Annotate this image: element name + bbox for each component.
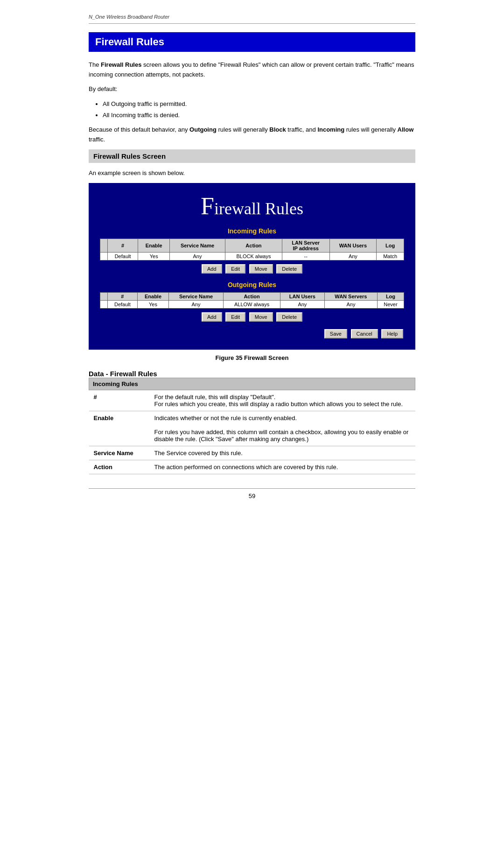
outgoing-col-log: Log <box>377 292 404 300</box>
outgoing-cell-default: Default <box>107 300 138 308</box>
fw-title-rest: irewall Rules <box>214 199 303 218</box>
outgoing-cell-allow: ALLOW always <box>224 300 280 308</box>
fw-title-f: F <box>201 193 214 219</box>
bold-block: Block <box>269 126 286 133</box>
incoming-col-service: Service Name <box>169 239 225 252</box>
outgoing-col-hash: # <box>107 292 138 300</box>
data-firewall-table: Incoming Rules # For the default rule, t… <box>89 378 415 474</box>
incoming-move-button[interactable]: Move <box>249 264 273 274</box>
bold-outgoing: Outgoing <box>189 126 217 133</box>
cancel-button[interactable]: Cancel <box>351 329 378 338</box>
incoming-cell-default: Default <box>107 252 138 260</box>
incoming-add-button[interactable]: Add <box>202 264 222 274</box>
incoming-cell-empty <box>100 252 108 260</box>
table-row: Enable Indicates whether or not the rule… <box>89 411 415 446</box>
incoming-col-enable: Enable <box>138 239 169 252</box>
page-title: Firewall Rules <box>95 36 409 48</box>
incoming-rules-group-header: Incoming Rules <box>89 378 415 390</box>
incoming-cell-match: Match <box>377 252 404 260</box>
incoming-cell-dash: -- <box>282 252 329 260</box>
row-hash-label: # <box>89 390 150 411</box>
incoming-cell-yes: Yes <box>138 252 169 260</box>
incoming-edit-button[interactable]: Edit <box>225 264 245 274</box>
bold-allow: Allow <box>398 126 414 133</box>
incoming-col-action: Action <box>225 239 282 252</box>
incoming-delete-button[interactable]: Delete <box>276 264 302 274</box>
save-row: Save Cancel Help <box>100 329 404 338</box>
intro-paragraph-2: Because of this default behavior, any Ou… <box>89 125 415 145</box>
bottom-divider <box>89 488 415 489</box>
outgoing-rules-table: # Enable Service Name Action LAN Users W… <box>100 292 404 309</box>
incoming-col-empty <box>100 239 108 252</box>
example-text: An example screen is shown below. <box>89 169 415 176</box>
firewall-screen-mockup: Firewall Rules Incoming Rules # Enable S… <box>89 183 415 350</box>
incoming-cell-block: BLOCK always <box>225 252 282 260</box>
incoming-cell-wan-any: Any <box>329 252 377 260</box>
outgoing-col-lan: LAN Users <box>280 292 324 300</box>
top-divider <box>89 23 415 24</box>
row-action-desc: The action performed on connections whic… <box>150 460 415 474</box>
intro-paragraph-1: The Firewall Rules screen allows you to … <box>89 60 415 80</box>
outgoing-move-button[interactable]: Move <box>249 312 273 322</box>
incoming-buttons: Add Edit Move Delete <box>100 264 404 274</box>
bullet-1: All Outgoing traffic is permitted. <box>103 98 415 109</box>
save-button[interactable]: Save <box>324 329 347 338</box>
table-row: Service Name The Service covered by this… <box>89 446 415 460</box>
outgoing-add-button[interactable]: Add <box>202 312 222 322</box>
bold-incoming: Incoming <box>317 126 344 133</box>
outgoing-col-action: Action <box>224 292 280 300</box>
row-enable-label: Enable <box>89 411 150 446</box>
incoming-data-row: Default Yes Any BLOCK always -- Any Matc… <box>100 252 404 260</box>
bullet-2: All Incoming traffic is denied. <box>103 110 415 120</box>
outgoing-cell-wan-any: Any <box>324 300 377 308</box>
incoming-rules-table: # Enable Service Name Action LAN ServerI… <box>100 239 404 260</box>
page-title-bar: Firewall Rules <box>89 32 415 52</box>
row-hash-desc: For the default rule, this will display … <box>150 390 415 411</box>
page-number: 59 <box>89 492 415 499</box>
incoming-rules-label: Incoming Rules <box>100 227 404 235</box>
outgoing-cell-empty <box>100 300 108 308</box>
table-row: # For the default rule, this will displa… <box>89 390 415 411</box>
incoming-cell-any: Any <box>169 252 225 260</box>
help-button[interactable]: Help <box>381 329 403 338</box>
row-service-label: Service Name <box>89 446 150 460</box>
outgoing-buttons: Add Edit Move Delete <box>100 312 404 322</box>
outgoing-cell-never: Never <box>377 300 404 308</box>
row-action-label: Action <box>89 460 150 474</box>
outgoing-col-empty <box>100 292 108 300</box>
outgoing-rules-label: Outgoing Rules <box>100 281 404 288</box>
section-header-screen: Firewall Rules Screen <box>89 149 415 163</box>
default-bullets: All Outgoing traffic is permitted. All I… <box>103 98 415 120</box>
outgoing-cell-any: Any <box>168 300 223 308</box>
outgoing-col-service: Service Name <box>168 292 223 300</box>
outgoing-edit-button[interactable]: Edit <box>225 312 245 322</box>
fw-screen-title: Firewall Rules <box>100 192 404 220</box>
intro-bold-1: Firewall Rules <box>101 61 141 68</box>
table-row: Action The action performed on connectio… <box>89 460 415 474</box>
incoming-col-wan: WAN Users <box>329 239 377 252</box>
row-service-desc: The Service covered by this rule. <box>150 446 415 460</box>
incoming-col-log: Log <box>377 239 404 252</box>
data-section-title: Data - Firewall Rules <box>89 370 415 378</box>
outgoing-delete-button[interactable]: Delete <box>276 312 302 322</box>
outgoing-cell-lan-any: Any <box>280 300 324 308</box>
incoming-col-lan: LAN ServerIP address <box>282 239 329 252</box>
outgoing-data-row: Default Yes Any ALLOW always Any Any Nev… <box>100 300 404 308</box>
by-default-label: By default: <box>89 84 415 94</box>
outgoing-col-wan: WAN Servers <box>324 292 377 300</box>
outgoing-col-enable: Enable <box>138 292 168 300</box>
figure-caption: Figure 35 Firewall Screen <box>89 354 415 361</box>
outgoing-cell-yes: Yes <box>138 300 168 308</box>
incoming-col-hash: # <box>107 239 138 252</box>
row-enable-desc: Indicates whether or not the rule is cur… <box>150 411 415 446</box>
product-name: N_One Wireless Broadband Router <box>89 14 415 20</box>
